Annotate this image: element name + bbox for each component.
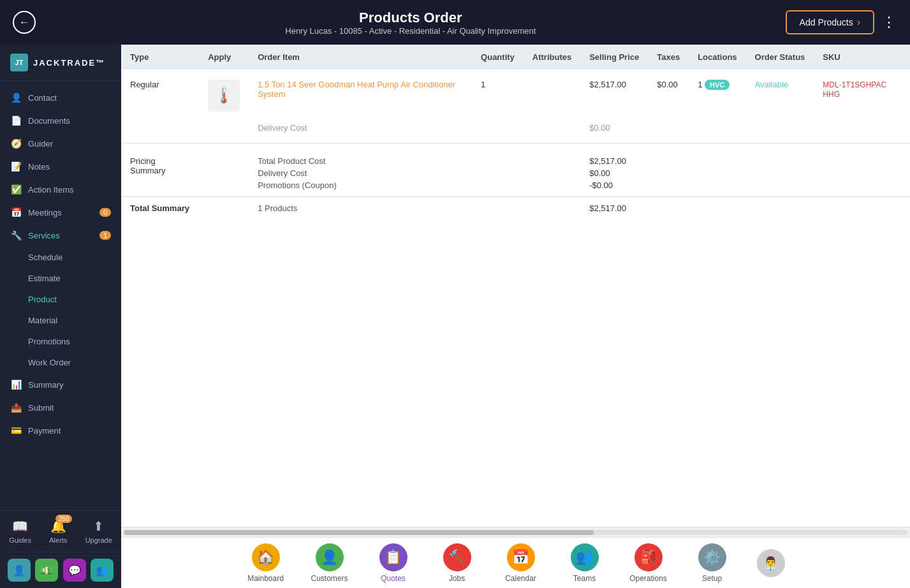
sidebar-item-label: Summary [28, 380, 64, 390]
sidebar-item-label: Payment [28, 426, 61, 436]
sub-item-material[interactable]: Material [0, 310, 121, 331]
table-header-row: Type Apply Order Item Quantity Attribute… [121, 45, 910, 70]
mainboard-label: Mainboard [247, 574, 284, 583]
total-label-cell: Total Summary [121, 197, 199, 226]
hvc-badge: HVC [705, 80, 730, 90]
bottom-nav-jobs[interactable]: 🔨 Jobs [438, 543, 476, 583]
sidebar-bottom-nav: 📖 Guides 🔔 268 Alerts ⬆ Upgrade [0, 510, 121, 552]
sku-text: MDL-1T1SGHPAC HHG [823, 80, 886, 99]
guides-button[interactable]: 📖 Guides [9, 518, 31, 544]
product-sku: MDL-1T1SGHPAC HHG [814, 70, 910, 118]
meetings-badge: 0 [99, 208, 111, 217]
upgrade-icon: ⬆ [93, 518, 104, 534]
user-avatar[interactable]: 👨‍💼 [757, 549, 785, 577]
group-icon-button[interactable]: 👥 [91, 559, 114, 582]
delivery-loc [689, 118, 745, 143]
guides-icon: 📖 [12, 518, 28, 534]
quotes-icon: 📋 [379, 543, 407, 571]
table-row: Regular 🌡️ 1.5 Ton 14 Seer Goodman Heat … [121, 70, 910, 118]
sidebar-item-label: Submit [28, 403, 54, 413]
delivery-row: Delivery Cost $0.00 [121, 118, 910, 143]
pricing-delivery: Delivery Cost [258, 168, 463, 178]
total-price-text: $2,517.00 [589, 203, 626, 213]
add-products-button[interactable]: Add Products › [786, 10, 874, 34]
sidebar-item-guider[interactable]: 🧭 Guider [0, 132, 121, 155]
sub-item-schedule[interactable]: Schedule [0, 247, 121, 268]
sidebar: JT JACKTRADE™ 👤 Contact 📄 Documents 🧭 Gu… [0, 45, 121, 588]
total-products-text: 1 Products [258, 203, 297, 213]
col-sku: SKU [814, 45, 910, 70]
sidebar-item-documents[interactable]: 📄 Documents [0, 109, 121, 132]
order-table-container[interactable]: Type Apply Order Item Quantity Attribute… [121, 45, 910, 527]
product-locations: 1 HVC [689, 70, 745, 118]
jobs-label: Jobs [449, 574, 465, 583]
setup-label: Setup [702, 574, 722, 583]
payment-icon: 💳 [10, 425, 22, 436]
services-badge: 1 [99, 231, 111, 240]
operations-icon: 🎒 [635, 543, 663, 571]
bottom-nav-teams[interactable]: 👥 Teams [566, 543, 604, 583]
back-button[interactable]: ← [13, 11, 36, 34]
bottom-nav-setup[interactable]: ⚙️ Setup [693, 543, 731, 583]
sidebar-item-label: Notes [28, 162, 50, 172]
dollar-icon-button[interactable]: 💵 [35, 559, 58, 582]
page-title: Products Order [36, 10, 786, 26]
pricing-summary-row: Pricing Summary Total Product Cost Deliv… [121, 143, 910, 196]
chat-icon-button[interactable]: 💬 [63, 559, 86, 582]
product-type: Regular [121, 70, 199, 118]
sidebar-item-notes[interactable]: 📝 Notes [0, 155, 121, 178]
sidebar-item-payment[interactable]: 💳 Payment [0, 419, 121, 442]
bottom-nav-operations[interactable]: 🎒 Operations [629, 543, 668, 583]
person-icon-button[interactable]: 👤 [8, 559, 31, 582]
sidebar-item-label: Action Items [28, 185, 74, 195]
sidebar-nav: 👤 Contact 📄 Documents 🧭 Guider 📝 Notes ✅… [0, 81, 121, 510]
total-summary-row: Total Summary 1 Products $2,517.00 [121, 197, 910, 226]
calendar-icon: 📅 [507, 543, 535, 571]
summary-icon: 📊 [10, 379, 22, 390]
col-apply: Apply [199, 45, 249, 70]
total-summary-label: Total Summary [130, 203, 189, 213]
sidebar-item-label: Services [28, 231, 60, 240]
top-header: ← Products Order Henry Lucas - 10085 - A… [0, 0, 910, 45]
sub-item-work-order[interactable]: Work Order [0, 352, 121, 373]
horizontal-scrollbar[interactable] [121, 527, 910, 537]
sub-item-estimate[interactable]: Estimate [0, 268, 121, 289]
product-link[interactable]: 1.5 Ton 14 Seer Goodman Heat Pump Air Co… [258, 80, 455, 99]
pricing-rows: Total Product Cost Delivery Cost Promoti… [258, 156, 463, 190]
pricing-total-product: Total Product Cost [258, 156, 463, 166]
col-selling-price: Selling Price [580, 45, 648, 70]
bottom-nav-calendar[interactable]: 📅 Calendar [502, 543, 540, 583]
delivery-type [121, 118, 199, 143]
sidebar-item-summary[interactable]: 📊 Summary [0, 373, 121, 396]
bottom-nav-quotes[interactable]: 📋 Quotes [374, 543, 413, 583]
total-products-count: 1 Products [249, 197, 472, 226]
sidebar-item-services[interactable]: 🔧 Services 1 [0, 224, 121, 247]
upgrade-button[interactable]: ⬆ Upgrade [85, 518, 112, 544]
bottom-nav-mainboard[interactable]: 🏠 Mainboard [247, 543, 285, 583]
sidebar-item-action-items[interactable]: ✅ Action Items [0, 178, 121, 201]
operations-label: Operations [629, 574, 667, 583]
product-apply: 🌡️ [199, 70, 249, 118]
teams-icon: 👥 [571, 543, 599, 571]
action-items-icon: ✅ [10, 184, 22, 195]
promotions-value: -$0.00 [589, 180, 639, 190]
sidebar-item-label: Contact [28, 93, 57, 103]
header-subtitle: Henry Lucas - 10085 - Active - Residenti… [36, 26, 786, 36]
guides-label: Guides [9, 536, 31, 544]
more-options-button[interactable]: ⋮ [882, 14, 897, 31]
pricing-value-rows: $2,517.00 $0.00 -$0.00 [589, 156, 639, 190]
content-area: Type Apply Order Item Quantity Attribute… [121, 45, 910, 588]
sidebar-item-label: Documents [28, 116, 70, 126]
total-price: $2,517.00 [580, 197, 648, 226]
logo-text: JACKTRADE™ [33, 58, 105, 68]
total-attr [524, 197, 580, 226]
alerts-button[interactable]: 🔔 268 Alerts [49, 518, 67, 544]
sidebar-item-label: Guider [28, 139, 53, 149]
sidebar-item-submit[interactable]: 📤 Submit [0, 396, 121, 419]
header-title-area: Products Order Henry Lucas - 10085 - Act… [36, 10, 786, 36]
sub-item-product[interactable]: Product [0, 289, 121, 310]
bottom-nav-customers[interactable]: 👤 Customers [311, 543, 349, 583]
sidebar-item-meetings[interactable]: 📅 Meetings 0 [0, 201, 121, 224]
sidebar-item-contact[interactable]: 👤 Contact [0, 86, 121, 109]
sub-item-promotions[interactable]: Promotions [0, 331, 121, 352]
